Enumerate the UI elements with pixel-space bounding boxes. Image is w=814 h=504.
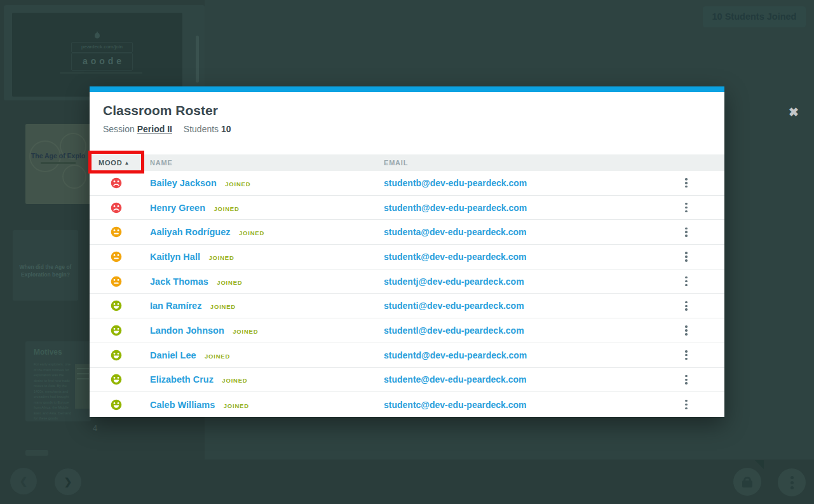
join-url: peardeck.com/join (71, 42, 133, 53)
chevron-right-icon: ❯ (64, 476, 72, 487)
student-name-link[interactable]: Daniel Lee (150, 350, 196, 360)
kebab-icon (685, 252, 688, 254)
student-name-link[interactable]: Elizabeth Cruz (150, 374, 214, 385)
column-header-email[interactable]: EMAIL (384, 154, 408, 171)
joined-badge: JOINED (224, 402, 249, 409)
row-menu-button[interactable] (677, 275, 695, 288)
slide-thumbnail-map[interactable]: The Age of Explo (25, 124, 91, 204)
chevron-left-icon: ❮ (20, 475, 28, 487)
row-menu-button[interactable] (677, 299, 695, 312)
more-options-button[interactable] (778, 468, 806, 496)
table-row: Landon Johnson JOINED studentl@dev-edu-p… (90, 318, 724, 343)
previous-slide-button[interactable]: ❮ (10, 468, 37, 494)
table-row: Bailey Jackson JOINED studentb@dev-edu-p… (90, 171, 724, 196)
student-email-link[interactable]: studenth@dev-edu-peardeck.com (384, 203, 527, 213)
student-name-link[interactable]: Bailey Jackson (150, 178, 217, 188)
joined-badge: JOINED (214, 205, 240, 212)
join-code: aoode (71, 53, 133, 71)
table-row: Caleb Williams JOINED studentc@dev-edu-p… (90, 392, 724, 417)
row-menu-button[interactable] (677, 349, 695, 362)
mood-happy-icon (111, 350, 122, 361)
column-header-name[interactable]: NAME (150, 154, 173, 171)
session-name-link[interactable]: Period II (137, 124, 172, 134)
thumbnail-question-text: When did the Age of Exploration begin? (18, 263, 73, 279)
student-email-link[interactable]: studenti@dev-edu-peardeck.com (384, 301, 524, 311)
column-header-mood[interactable]: MOOD▲ (98, 154, 130, 172)
joined-badge: JOINED (205, 353, 230, 360)
joined-badge: JOINED (222, 377, 247, 384)
table-row: Ian Ramírez JOINED studenti@dev-edu-pear… (90, 294, 724, 318)
mood-sad-icon (111, 202, 122, 214)
slide-number: 4 (93, 423, 97, 433)
joined-badge: JOINED (210, 303, 236, 310)
joined-badge: JOINED (225, 180, 250, 187)
students-joined-button[interactable]: 10 Students Joined (703, 6, 806, 27)
student-email-link[interactable]: studente@dev-edu-peardeck.com (384, 374, 527, 385)
classroom-roster-modal: Classroom Roster Session Period II Stude… (90, 86, 724, 417)
kebab-icon (790, 476, 794, 479)
row-menu-button[interactable] (677, 201, 695, 214)
joined-badge: JOINED (208, 254, 234, 261)
student-email-link[interactable]: studentc@dev-edu-peardeck.com (384, 400, 527, 410)
thumbnail-title: The Age of Explo (25, 152, 91, 160)
mood-happy-icon (111, 374, 122, 385)
mood-happy-icon (111, 399, 122, 411)
student-name-link[interactable]: Henry Green (150, 203, 205, 213)
student-name-link[interactable]: Ian Ramírez (150, 301, 201, 311)
student-name-link[interactable]: Landon Johnson (150, 325, 224, 336)
kebab-icon (685, 228, 688, 230)
modal-accent-bar (90, 86, 724, 92)
student-email-link[interactable]: studentb@dev-edu-peardeck.com (384, 178, 527, 188)
lock-tooltip-notch (755, 460, 764, 469)
table-row: Henry Green JOINED studenth@dev-edu-pear… (90, 196, 724, 221)
peardeck-presenter-screen: peardeck.com/join aoode The Age of Explo… (0, 0, 814, 504)
student-email-link[interactable]: studenta@dev-edu-peardeck.com (384, 227, 527, 237)
row-menu-button[interactable] (677, 226, 695, 238)
slide-panel-scrollbar[interactable] (196, 36, 199, 83)
session-label: Session (103, 124, 135, 134)
lock-screen-button[interactable] (733, 468, 761, 496)
table-row: Aaliyah Rodríguez JOINED studenta@dev-ed… (90, 220, 724, 245)
table-row: Daniel Lee JOINED studentd@dev-edu-peard… (90, 343, 724, 368)
mood-neutral-icon (111, 276, 122, 287)
kebab-icon (685, 178, 688, 180)
thumbnail-image-placeholder (75, 364, 91, 409)
session-info: Session Period II Students 10 (103, 124, 231, 134)
table-row: Elizabeth Cruz JOINED studente@dev-edu-p… (90, 368, 724, 393)
joined-badge: JOINED (239, 229, 264, 236)
student-name-link[interactable]: Jack Thomas (150, 276, 208, 287)
table-row: Jack Thomas JOINED studentj@dev-edu-pear… (90, 269, 724, 294)
roster-table-header: MOOD▲ NAME EMAIL (90, 154, 724, 171)
kebab-icon (685, 276, 688, 279)
close-icon[interactable]: ✖ (785, 104, 802, 121)
mood-neutral-icon (111, 226, 122, 238)
slide-thumbnail-motives[interactable]: Motives For early explorers, one of the … (25, 341, 91, 421)
joined-badge: JOINED (233, 328, 258, 335)
thumbnail-paragraph: For early explorers, one of the main mot… (34, 362, 74, 421)
student-email-link[interactable]: studentd@dev-edu-peardeck.com (384, 350, 527, 360)
student-name-link[interactable]: Aaliyah Rodríguez (150, 227, 231, 237)
student-email-link[interactable]: studentk@dev-edu-peardeck.com (384, 252, 527, 262)
pear-logo-icon (94, 31, 100, 39)
kebab-icon (685, 350, 688, 353)
next-slide-button[interactable]: ❯ (55, 468, 81, 495)
student-name-link[interactable]: Kaitlyn Hall (150, 252, 200, 262)
mood-sad-icon (111, 177, 122, 189)
row-menu-button[interactable] (677, 324, 695, 337)
student-name-link[interactable]: Caleb Williams (150, 400, 215, 410)
slide-thumbnail-question[interactable]: When did the Age of Exploration begin? (13, 230, 78, 301)
student-email-link[interactable]: studentj@dev-edu-peardeck.com (384, 276, 524, 287)
row-menu-button[interactable] (677, 398, 695, 411)
row-menu-button[interactable] (677, 373, 695, 386)
modal-title: Classroom Roster (103, 103, 218, 118)
row-menu-button[interactable] (677, 250, 695, 263)
lock-icon (742, 477, 752, 487)
student-email-link[interactable]: studentl@dev-edu-peardeck.com (384, 325, 524, 336)
join-caption-bar (60, 72, 142, 74)
sidebar-partial-thumbnail (25, 450, 48, 456)
map-hemisphere-shape (62, 165, 86, 189)
mood-happy-icon (111, 325, 122, 336)
thumbnail-title: Motives (34, 348, 62, 357)
row-menu-button[interactable] (677, 177, 695, 189)
roster-rows: Bailey Jackson JOINED studentb@dev-edu-p… (90, 171, 724, 417)
